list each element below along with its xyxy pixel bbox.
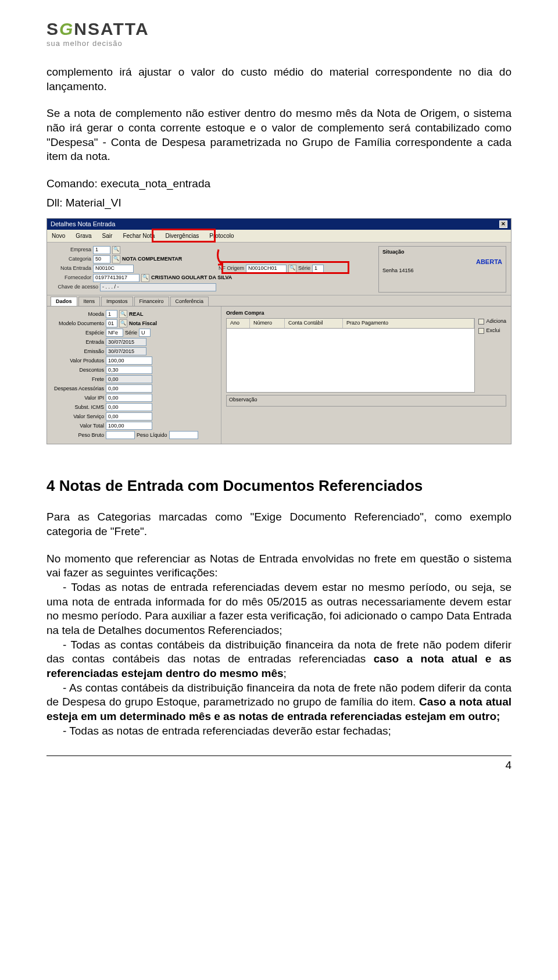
grid-header: Ano Número Conta Contábil Prazo Pagament…	[226, 318, 475, 329]
col-ano: Ano	[227, 319, 250, 328]
command-line-1: Comando: executa_nota_entrada	[46, 177, 512, 191]
window-titlebar: Detalhes Nota Entrada ✕	[47, 219, 511, 229]
toolbar-novo[interactable]: Novo	[52, 232, 65, 240]
serie2-input[interactable]: U	[139, 329, 151, 337]
search-icon[interactable]: 🔍	[112, 255, 120, 263]
situacao-status: ABERTA	[382, 258, 502, 266]
vipi-label: Valor IPI	[52, 395, 104, 402]
vipi-input[interactable]: 0,00	[106, 394, 152, 402]
window-toolbar: Novo Grava Sair Fechar Nota Divergências…	[47, 230, 511, 243]
plus-icon	[478, 319, 484, 325]
search-icon[interactable]: 🔍	[141, 274, 149, 282]
s4-bullet-1: - Todas as notas de entrada referenciada…	[46, 580, 512, 638]
s4-p2: No momento que referenciar as Notas de E…	[46, 552, 512, 580]
page-number: 4	[46, 758, 512, 773]
fornecedor-desc: CRISTIANO GOULART DA SILVA	[151, 275, 232, 281]
grid-body[interactable]	[226, 329, 475, 393]
situacao-box: Situação ABERTA Senha 14156	[378, 246, 506, 293]
vprod-label: Valor Produtos	[52, 358, 104, 365]
s4-bullet-4: - Todas as notas de entrada referenciada…	[46, 724, 512, 739]
entrada-input[interactable]: 30/07/2015	[106, 338, 146, 346]
notaentrada-input[interactable]: N0010C	[93, 265, 134, 273]
s4-bullet-3: - As contas contábeis da distribuição fi…	[46, 681, 512, 724]
especie-label: Espécie	[52, 330, 104, 337]
pliq-input[interactable]	[169, 431, 198, 439]
vserv-input[interactable]: 0,00	[106, 412, 152, 420]
adiciona-button[interactable]: Adiciona	[478, 318, 506, 325]
form-body: Moeda1🔍REAL Modelo Documento01🔍Nota Fisc…	[47, 306, 511, 444]
tab-itens[interactable]: Itens	[78, 297, 101, 307]
logo-brand: SGNSATTA	[46, 17, 512, 40]
tab-dados[interactable]: Dados	[51, 297, 77, 307]
search-icon[interactable]: 🔍	[119, 310, 127, 318]
exclui-button[interactable]: Exclui	[478, 327, 506, 334]
vprod-input[interactable]: 100,00	[106, 357, 152, 365]
chave-input[interactable]: - . . . / -	[100, 283, 216, 291]
observacao-box: Observação	[226, 395, 506, 407]
tab-impostos[interactable]: Impostos	[101, 297, 133, 307]
section-4-heading: 4 Notas de Entrada com Documentos Refere…	[46, 476, 512, 496]
emissao-label: Emissão	[52, 348, 104, 355]
close-icon[interactable]: ✕	[499, 220, 507, 228]
col-prazo: Prazo Pagamento	[343, 319, 474, 328]
highlight-box-fechar	[152, 229, 216, 243]
moeda-input[interactable]: 1	[106, 310, 117, 318]
frete-label: Frete	[52, 376, 104, 383]
footer-rule	[46, 756, 512, 756]
situacao-title: Situação	[382, 249, 502, 256]
despa-label: Despesas Acessórias	[52, 386, 104, 393]
desc-label: Descontos	[52, 367, 104, 374]
pliq-label: Peso Líquido	[137, 432, 167, 439]
window-title: Detalhes Nota Entrada	[51, 220, 115, 228]
subs-input[interactable]: 0,00	[106, 403, 152, 411]
vtotal-input[interactable]: 100,00	[106, 422, 152, 430]
desc-input[interactable]: 0,30	[106, 366, 152, 374]
paragraph-2: Se a nota de complemento não estiver den…	[46, 106, 512, 164]
embedded-screenshot: Detalhes Nota Entrada ✕ Novo Grava Sair …	[46, 218, 512, 444]
fornecedor-label: Fornecedor	[52, 275, 91, 281]
categoria-label: Categoria	[52, 256, 91, 263]
logo-tagline: sua melhor decisão	[46, 39, 512, 49]
pbruto-label: Peso Bruto	[52, 432, 104, 439]
search-icon[interactable]: 🔍	[119, 319, 127, 327]
ordem-compra-label: Ordem Compra	[226, 310, 506, 317]
vtotal-label: Valor Total	[52, 423, 104, 430]
highlight-box-nforigem	[221, 261, 349, 274]
col-conta: Conta Contábil	[285, 319, 343, 328]
situacao-senha: Senha 14156	[382, 268, 502, 275]
emissao-input[interactable]: 30/07/2015	[106, 347, 146, 355]
tab-conferencia[interactable]: Conferência	[170, 297, 209, 307]
highlight-arrow	[216, 248, 233, 269]
s4-bullet-2: - Todas as contas contábeis da distribui…	[46, 638, 512, 681]
especie-input[interactable]: NFe	[106, 329, 123, 337]
command-line-2: Dll: Material_VI	[46, 196, 512, 211]
toolbar-sair[interactable]: Sair	[102, 232, 113, 240]
s4-p1: Para as Categorias marcadas como "Exige …	[46, 510, 512, 539]
tab-financeiro[interactable]: Financeiro	[134, 297, 169, 307]
empresa-input[interactable]: 1	[93, 246, 110, 254]
fornecedor-input[interactable]: 01977413917	[93, 274, 140, 282]
moeda-label: Moeda	[52, 311, 104, 318]
categoria-desc: NOTA COMPLEMENTAR	[122, 256, 182, 263]
entrada-label: Entrada	[52, 339, 104, 346]
empresa-label: Empresa	[52, 247, 91, 254]
vserv-label: Valor Serviço	[52, 414, 104, 420]
moeda-desc: REAL	[129, 311, 144, 318]
toolbar-grava[interactable]: Grava	[76, 232, 91, 240]
form-header: Empresa 1 🔍 Categoria 50 🔍 NOTA COMPLEME…	[47, 243, 511, 295]
pbruto-input[interactable]	[106, 431, 135, 439]
modelo-label: Modelo Documento	[52, 320, 104, 327]
subs-label: Subst. ICMS	[52, 404, 104, 411]
toolbar-fechar-nota[interactable]: Fechar Nota	[123, 232, 155, 240]
notaentrada-label: Nota Entrada	[52, 265, 91, 272]
categoria-input[interactable]: 50	[93, 255, 110, 263]
serie2-label: Série	[125, 330, 137, 337]
search-icon[interactable]: 🔍	[112, 246, 120, 254]
modelo-input[interactable]: 01	[106, 319, 117, 327]
paragraph-1: complemento irá ajustar o valor do custo…	[46, 65, 512, 94]
logo: SGNSATTA sua melhor decisão	[46, 17, 512, 49]
frete-input[interactable]: 0,00	[106, 375, 152, 383]
modelo-desc: Nota Fiscal	[129, 320, 157, 327]
despa-input[interactable]: 0,00	[106, 384, 152, 393]
tab-strip: Dados Itens Impostos Financeiro Conferên…	[47, 295, 511, 307]
